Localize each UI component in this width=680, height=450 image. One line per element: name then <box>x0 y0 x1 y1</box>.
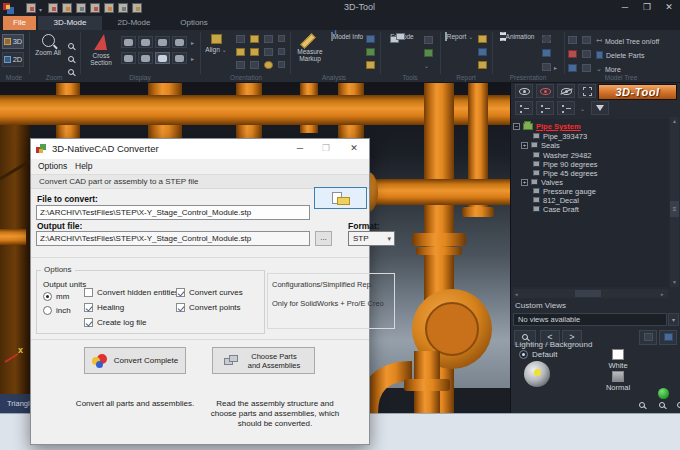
tree-list2-icon[interactable] <box>582 50 591 58</box>
display-wireframe-button[interactable] <box>121 52 136 64</box>
lighting-default-radio[interactable]: Default <box>519 350 557 359</box>
analysis-draft-icon[interactable] <box>366 48 375 56</box>
background-white-swatch[interactable] <box>612 349 624 360</box>
view-rotate-icon[interactable] <box>250 61 259 69</box>
view-top-icon[interactable] <box>264 48 273 56</box>
quick-tool-icon-3[interactable] <box>76 3 86 13</box>
unit-inch-radio[interactable]: inch <box>43 306 71 315</box>
presentation-more-icon[interactable]: ▸ <box>554 64 557 71</box>
display-shaded-edges-button[interactable] <box>138 36 153 48</box>
quick-tool-icon-6[interactable] <box>118 3 128 13</box>
quick-tool-icon-1[interactable] <box>48 3 58 13</box>
tree-item-row[interactable]: Case Draft <box>533 204 579 214</box>
presentation-monitor-icon[interactable] <box>542 63 551 71</box>
zoom-out-tool-button[interactable] <box>655 399 668 410</box>
collapse-tree-button[interactable] <box>557 101 575 115</box>
mode-3d-button[interactable]: 3D <box>2 34 24 49</box>
report-button[interactable]: Report ⌄ <box>444 33 474 41</box>
tree-options-button[interactable] <box>515 101 533 115</box>
delete-parts-button[interactable]: Delete Parts <box>596 49 645 61</box>
quick-tool-icon-4[interactable] <box>90 3 100 13</box>
report-copy-icon[interactable] <box>478 48 487 56</box>
tools-more-icon[interactable]: ⌄ <box>424 62 429 69</box>
display-hidden-line-button[interactable] <box>138 52 153 64</box>
model-tree-onoff-button[interactable]: ↤ Model Tree on/off <box>596 35 659 47</box>
convert-complete-button[interactable]: Convert Complete <box>84 347 186 374</box>
report-edit-icon[interactable] <box>478 61 487 69</box>
browse-file-button[interactable] <box>314 187 367 209</box>
tools-note-icon[interactable] <box>424 36 433 44</box>
mode-2d-button[interactable]: 2D <box>2 52 24 67</box>
quick-tool-icon-5[interactable] <box>104 3 114 13</box>
zoom-fit-tool-button[interactable] <box>673 399 680 410</box>
scroll-down-icon[interactable]: ▼ <box>670 279 679 285</box>
animation-button[interactable]: Animation <box>496 33 538 40</box>
show-all-button[interactable] <box>515 84 533 98</box>
dialog-title-bar[interactable]: 3D-NativeCAD Converter ─ ❐ ✕ <box>31 139 369 159</box>
minimize-button[interactable]: ─ <box>616 0 634 15</box>
browse-output-button[interactable]: ... <box>315 231 332 246</box>
tree-isolate-icon[interactable] <box>568 36 577 44</box>
tree-hide-icon[interactable] <box>568 50 577 58</box>
filter-button[interactable] <box>591 101 609 115</box>
presentation-rotate-icon[interactable] <box>542 49 551 57</box>
menu-options[interactable]: Options <box>38 161 67 171</box>
expand-plus-icon[interactable]: + <box>521 142 528 149</box>
create-log-checkbox[interactable]: Create log file <box>84 318 146 327</box>
display-row1-more-icon[interactable]: ▸ <box>191 39 194 46</box>
custom-views-dropdown[interactable]: No views available <box>513 313 667 326</box>
scrollbar-handle[interactable]: ≡ <box>670 201 679 217</box>
dialog-close-button[interactable]: ✕ <box>343 139 365 158</box>
format-select[interactable]: STP <box>348 231 395 246</box>
tab-3d-mode[interactable]: 3D-Mode <box>38 16 102 30</box>
convert-points-checkbox[interactable]: Convert points <box>176 303 241 312</box>
lighting-sphere[interactable] <box>524 361 550 387</box>
rotate-90-ccw-icon[interactable] <box>278 35 285 42</box>
tab-2d-mode[interactable]: 2D-Mode <box>106 16 162 30</box>
dialog-minimize-button[interactable]: ─ <box>289 139 311 158</box>
quick-tool-icon-2[interactable] <box>62 3 72 13</box>
display-shaded-button[interactable] <box>121 36 136 48</box>
convert-hidden-checkbox[interactable]: Convert hidden entities <box>84 288 179 297</box>
tab-options[interactable]: Options <box>168 16 220 30</box>
quick-access-dropdown-icon[interactable]: ▾ <box>39 6 42 13</box>
custom-views-dropdown-arrow-icon[interactable]: ▾ <box>668 313 679 326</box>
presentation-fullscreen-icon[interactable] <box>542 35 551 43</box>
view-back-icon[interactable] <box>250 35 259 43</box>
expand-tree-button[interactable] <box>536 101 554 115</box>
view-front-icon[interactable] <box>236 35 245 43</box>
file-to-convert-input[interactable] <box>36 205 310 220</box>
report-screenshot-icon[interactable] <box>478 35 487 43</box>
quick-tool-icon-7[interactable] <box>132 3 142 13</box>
choose-parts-button[interactable]: Choose Parts and Assemblies <box>212 347 315 374</box>
tools-transform-icon[interactable] <box>424 49 433 57</box>
align-button[interactable]: Align ⌄ <box>202 33 230 54</box>
save-views-button[interactable] <box>639 330 657 345</box>
report-dropdown-icon[interactable]: ⌄ <box>468 34 473 40</box>
output-file-input[interactable] <box>36 231 310 246</box>
analysis-lock-icon[interactable] <box>366 61 375 69</box>
view-bottom-icon[interactable] <box>236 61 245 69</box>
fit-selection-button[interactable] <box>578 84 596 98</box>
menu-help[interactable]: Help <box>75 161 92 171</box>
expand-plus-icon[interactable]: + <box>521 179 528 186</box>
tree-item-row[interactable]: + Seals <box>521 140 560 150</box>
rotate-180-icon[interactable] <box>278 61 285 68</box>
view-iso-icon[interactable] <box>264 35 273 43</box>
model-info-button[interactable]: Model Info <box>330 33 364 40</box>
load-views-button[interactable] <box>659 330 677 345</box>
healing-checkbox[interactable]: Healing <box>84 303 124 312</box>
display-row2-more-icon[interactable]: ▸ <box>191 55 194 62</box>
background-normal-swatch[interactable] <box>612 371 624 382</box>
zoom-in-tool-button[interactable] <box>635 399 648 410</box>
view-spin-icon[interactable] <box>264 61 273 69</box>
unit-mm-radio[interactable]: mm <box>43 292 69 301</box>
cross-section-button[interactable]: Cross Section <box>84 33 118 66</box>
display-white-button[interactable] <box>155 36 170 48</box>
display-sketch-button[interactable] <box>172 52 187 64</box>
collapse-minus-icon[interactable]: − <box>513 123 520 130</box>
tree-list-icon[interactable] <box>582 36 591 44</box>
display-transparent-button[interactable] <box>172 36 187 48</box>
maximize-button[interactable]: ❐ <box>638 0 656 15</box>
tree-vertical-scrollbar[interactable]: ▲ ≡ ▼ <box>670 117 679 287</box>
